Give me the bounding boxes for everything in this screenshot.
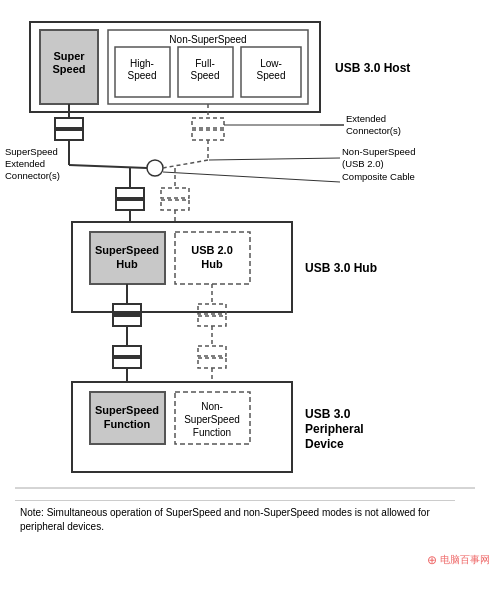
svg-text:Connector(s): Connector(s) bbox=[5, 170, 60, 181]
svg-point-31 bbox=[147, 160, 163, 176]
note-section: Note: Simultaneous operation of SuperSpe… bbox=[15, 500, 455, 534]
svg-text:Speed: Speed bbox=[191, 70, 220, 81]
svg-rect-6 bbox=[115, 47, 170, 97]
svg-text:USB 3.0: USB 3.0 bbox=[305, 407, 351, 421]
svg-text:Super: Super bbox=[53, 50, 85, 62]
svg-text:USB 3.0 Hub: USB 3.0 Hub bbox=[305, 261, 377, 275]
svg-rect-20 bbox=[192, 118, 224, 128]
svg-rect-9 bbox=[178, 47, 233, 97]
svg-rect-42 bbox=[116, 200, 144, 210]
svg-text:Function: Function bbox=[104, 418, 151, 430]
svg-text:SuperSpeed: SuperSpeed bbox=[184, 414, 240, 425]
svg-rect-21 bbox=[192, 130, 224, 140]
svg-text:SuperSpeed: SuperSpeed bbox=[95, 244, 159, 256]
svg-text:Peripheral: Peripheral bbox=[305, 422, 364, 436]
svg-text:Non-SuperSpeed: Non-SuperSpeed bbox=[342, 146, 415, 157]
svg-rect-41 bbox=[116, 188, 144, 198]
svg-rect-0 bbox=[30, 22, 320, 112]
svg-text:SuperSpeed: SuperSpeed bbox=[95, 404, 159, 416]
svg-text:Low-: Low- bbox=[260, 58, 282, 69]
svg-line-37 bbox=[163, 172, 340, 182]
svg-rect-43 bbox=[161, 188, 189, 198]
svg-rect-60 bbox=[198, 316, 226, 326]
svg-rect-51 bbox=[175, 232, 250, 284]
svg-text:(USB 2.0): (USB 2.0) bbox=[342, 158, 384, 169]
svg-text:Non-SuperSpeed: Non-SuperSpeed bbox=[169, 34, 246, 45]
svg-text:Function: Function bbox=[193, 427, 231, 438]
svg-rect-57 bbox=[113, 304, 141, 314]
svg-text:Hub: Hub bbox=[116, 258, 138, 270]
svg-text:High-: High- bbox=[130, 58, 154, 69]
watermark-icon: ⊕ bbox=[427, 553, 437, 567]
svg-rect-59 bbox=[198, 304, 226, 314]
main-container: Super Speed Non-SuperSpeed High- Speed F… bbox=[0, 0, 500, 602]
svg-line-33 bbox=[163, 160, 208, 168]
svg-line-32 bbox=[69, 165, 147, 168]
svg-text:Composite Cable: Composite Cable bbox=[342, 171, 415, 182]
svg-rect-63 bbox=[113, 346, 141, 356]
svg-rect-4 bbox=[108, 30, 308, 104]
svg-text:SuperSpeed: SuperSpeed bbox=[5, 146, 58, 157]
svg-text:Device: Device bbox=[305, 437, 344, 451]
note-text: Note: Simultaneous operation of SuperSpe… bbox=[20, 507, 430, 532]
watermark-text: 电脑百事网 bbox=[440, 553, 490, 567]
svg-rect-66 bbox=[198, 358, 226, 368]
svg-rect-58 bbox=[113, 316, 141, 326]
svg-rect-18 bbox=[55, 130, 83, 140]
svg-text:Speed: Speed bbox=[128, 70, 157, 81]
svg-rect-1 bbox=[40, 30, 98, 104]
svg-text:USB 3.0 Host: USB 3.0 Host bbox=[335, 61, 410, 75]
svg-text:Connector(s): Connector(s) bbox=[346, 125, 401, 136]
diagram-svg: Super Speed Non-SuperSpeed High- Speed F… bbox=[0, 10, 500, 575]
watermark: ⊕ 电脑百事网 bbox=[427, 553, 490, 567]
svg-text:Speed: Speed bbox=[257, 70, 286, 81]
svg-rect-64 bbox=[113, 358, 141, 368]
svg-rect-73 bbox=[175, 392, 250, 444]
svg-rect-47 bbox=[72, 222, 292, 312]
svg-line-34 bbox=[209, 158, 340, 160]
svg-text:Non-: Non- bbox=[201, 401, 223, 412]
diagram: Super Speed Non-SuperSpeed High- Speed F… bbox=[0, 10, 500, 575]
svg-rect-12 bbox=[241, 47, 301, 97]
svg-text:Speed: Speed bbox=[52, 63, 85, 75]
svg-text:Extended: Extended bbox=[346, 113, 386, 124]
svg-rect-44 bbox=[161, 200, 189, 210]
svg-rect-69 bbox=[72, 382, 292, 472]
svg-rect-70 bbox=[90, 392, 165, 444]
svg-rect-17 bbox=[55, 118, 83, 128]
svg-text:Extended: Extended bbox=[5, 158, 45, 169]
svg-rect-48 bbox=[90, 232, 165, 284]
svg-text:USB 2.0: USB 2.0 bbox=[191, 244, 233, 256]
svg-text:Full-: Full- bbox=[195, 58, 214, 69]
svg-text:Hub: Hub bbox=[201, 258, 223, 270]
svg-rect-65 bbox=[198, 346, 226, 356]
